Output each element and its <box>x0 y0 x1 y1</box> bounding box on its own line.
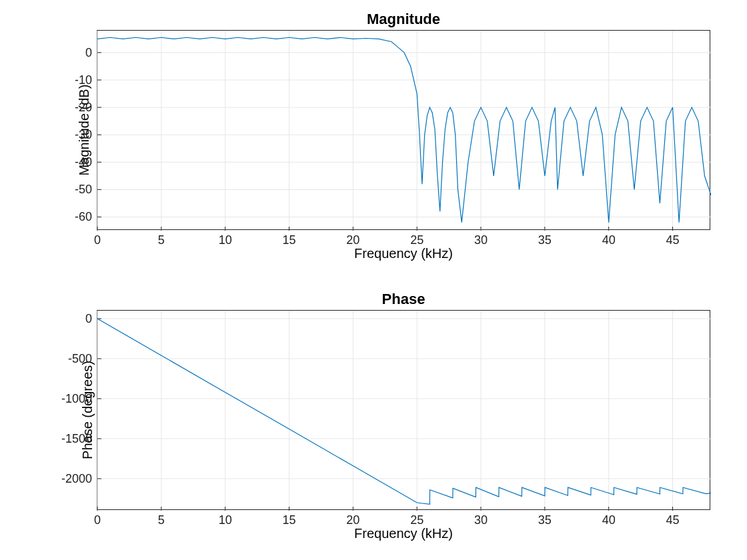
xtick-label: 25 <box>410 233 424 247</box>
xtick-label: 10 <box>219 513 232 527</box>
ytick-label: -30 <box>75 128 92 142</box>
figure: Magnitude Frequency (kHz) Magnitude (dB)… <box>0 0 747 560</box>
xtick-label: 35 <box>538 513 552 527</box>
plot-svg-phase <box>97 311 711 511</box>
xtick-label: 30 <box>474 233 488 247</box>
ytick-label: -50 <box>75 183 92 197</box>
xtick-label: 10 <box>219 233 232 247</box>
chart-title-phase: Phase <box>97 291 710 308</box>
ytick-label: -1000 <box>61 392 92 406</box>
xtick-label: 40 <box>602 233 616 247</box>
xlabel-phase: Frequency (kHz) <box>97 526 710 541</box>
xtick-label: 15 <box>282 233 295 247</box>
xtick-label: 45 <box>666 233 679 247</box>
plot-svg-magnitude <box>97 31 711 231</box>
chart-title-magnitude: Magnitude <box>97 11 710 28</box>
xtick-label: 25 <box>410 513 424 527</box>
axes-phase: Phase Frequency (kHz) Phase (degrees) 05… <box>97 310 710 510</box>
ytick-label: -1500 <box>61 432 92 446</box>
xtick-label: 30 <box>474 513 488 527</box>
ytick-label: -2000 <box>61 472 92 486</box>
xtick-label: 40 <box>602 513 616 527</box>
xtick-label: 20 <box>346 233 359 247</box>
xtick-label: 20 <box>346 513 359 527</box>
xtick-label: 5 <box>158 513 165 527</box>
xlabel-magnitude: Frequency (kHz) <box>97 246 710 261</box>
xtick-label: 0 <box>94 513 101 527</box>
xtick-label: 5 <box>158 233 165 247</box>
ytick-label: -500 <box>68 352 92 366</box>
xtick-label: 35 <box>538 233 552 247</box>
ytick-label: 0 <box>85 45 92 59</box>
axes-magnitude: Magnitude Frequency (kHz) Magnitude (dB)… <box>97 30 710 230</box>
ytick-label: -40 <box>75 155 92 169</box>
ytick-label: -20 <box>75 101 92 115</box>
xtick-label: 45 <box>666 513 679 527</box>
xtick-label: 15 <box>282 513 295 527</box>
ytick-label: -60 <box>75 210 92 224</box>
xtick-label: 0 <box>94 233 101 247</box>
ytick-label: -10 <box>75 73 92 87</box>
ytick-label: 0 <box>85 312 92 326</box>
